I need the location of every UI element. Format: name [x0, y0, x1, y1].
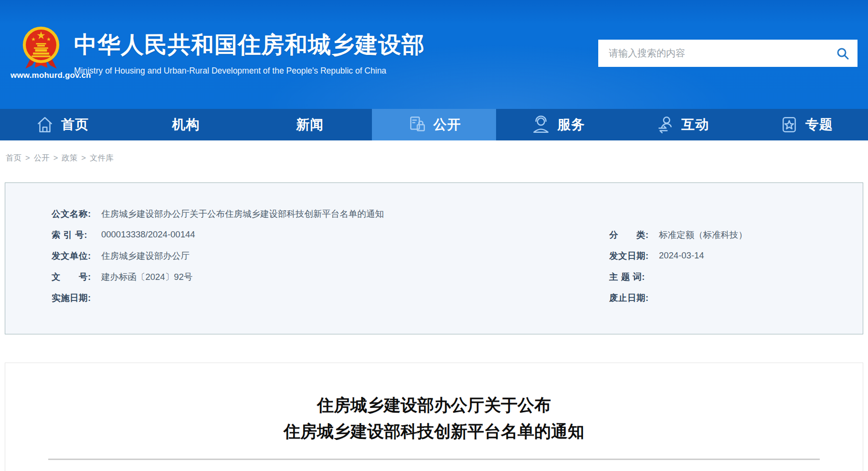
main-nav: 首页 机构 新闻 公开 服务 互动: [0, 109, 868, 140]
meta-column-left: 公文名称: 住房城乡建设部办公厅关于公布住房城乡建设部科技创新平台名单的通知 索…: [5, 203, 609, 334]
nav-item-news[interactable]: 新闻: [248, 109, 372, 140]
meta-label: 实施日期:: [52, 292, 97, 304]
nav-item-disclosure[interactable]: 公开: [372, 109, 496, 140]
meta-label: 废止日期:: [609, 292, 655, 304]
breadcrumb-item-home[interactable]: 首页: [6, 153, 21, 162]
nav-label: 公开: [434, 116, 461, 134]
nav-item-topics[interactable]: 专题: [744, 109, 868, 140]
meta-row-repeal-date: 废止日期:: [609, 287, 863, 308]
meta-row-issue-date: 发文日期: 2024-03-14: [609, 245, 863, 266]
nav-item-interaction[interactable]: 互动: [620, 109, 744, 140]
meta-row-subject-words: 主 题 词:: [609, 266, 863, 287]
interaction-person-icon: [655, 115, 675, 135]
meta-row-index-number: 索 引 号: 000013338/2024-00144: [52, 224, 609, 245]
nav-label: 新闻: [296, 116, 324, 134]
search-box: [598, 40, 857, 67]
meta-label: 发文日期:: [609, 250, 655, 262]
meta-value: 000013338/2024-00144: [101, 229, 195, 240]
meta-value: 标准定额（标准科技）: [659, 229, 747, 241]
search-button[interactable]: [835, 45, 851, 62]
meta-row-category: 分 类: 标准定额（标准科技）: [609, 224, 863, 245]
article-title-line1: 住房城乡建设部办公厅关于公布: [5, 392, 863, 418]
nav-item-home[interactable]: 首页: [0, 109, 124, 140]
meta-row-issuing-unit: 发文单位: 住房城乡建设部办公厅: [52, 245, 609, 266]
site-header: www.mohurd.gov.cn 中华人民共和国住房和城乡建设部 Minist…: [0, 0, 868, 109]
breadcrumb-item-policy[interactable]: 政策: [62, 153, 77, 162]
meta-label: 文 号:: [52, 271, 97, 283]
national-emblem-icon: [22, 24, 60, 73]
nav-label: 机构: [172, 116, 200, 134]
breadcrumb-separator: >: [53, 153, 58, 162]
nav-label: 互动: [681, 116, 709, 134]
nav-item-org[interactable]: 机构: [124, 109, 248, 140]
title-divider: [48, 459, 820, 460]
article-box: 住房城乡建设部办公厅关于公布 住房城乡建设部科技创新平台名单的通知: [5, 363, 863, 471]
meta-value: 住房城乡建设部办公厅: [101, 250, 190, 262]
star-box-icon: [779, 115, 799, 135]
article-title-line2: 住房城乡建设部科技创新平台名单的通知: [5, 418, 863, 444]
meta-row-spacer: [609, 203, 863, 224]
meta-label: 公文名称:: [52, 208, 97, 220]
nav-item-services[interactable]: 服务: [496, 109, 620, 140]
service-person-icon: [531, 115, 551, 135]
breadcrumb-separator: >: [25, 153, 30, 162]
home-icon: [35, 115, 55, 135]
meta-label: 分 类:: [609, 229, 655, 241]
meta-row-doc-name: 公文名称: 住房城乡建设部办公厅关于公布住房城乡建设部科技创新平台名单的通知: [52, 203, 609, 224]
meta-label: 索 引 号:: [52, 229, 97, 241]
meta-label: 主 题 词:: [609, 271, 655, 283]
breadcrumb-item-disclosure[interactable]: 公开: [34, 153, 50, 162]
site-brand: 中华人民共和国住房和城乡建设部 Ministry of Housing and …: [74, 30, 425, 76]
meta-row-implementation-date: 实施日期:: [52, 287, 609, 308]
meta-column-right: 分 类: 标准定额（标准科技） 发文日期: 2024-03-14 主 题 词: …: [609, 203, 863, 334]
documents-lock-icon: [407, 115, 427, 135]
breadcrumb: 首页>公开>政策>文件库: [0, 140, 868, 163]
breadcrumb-separator: >: [81, 153, 86, 162]
article-title: 住房城乡建设部办公厅关于公布 住房城乡建设部科技创新平台名单的通知: [5, 392, 863, 444]
meta-value: 住房城乡建设部办公厅关于公布住房城乡建设部科技创新平台名单的通知: [101, 208, 384, 220]
site-subtitle: Ministry of Housing and Urban-Rural Deve…: [74, 66, 425, 76]
meta-label: 发文单位:: [52, 250, 97, 262]
meta-row-doc-number: 文 号: 建办标函〔2024〕92号: [52, 266, 609, 287]
search-icon: [836, 46, 850, 61]
breadcrumb-item-library[interactable]: 文件库: [90, 153, 114, 162]
nav-label: 首页: [61, 116, 89, 134]
document-meta-box: 公文名称: 住房城乡建设部办公厅关于公布住房城乡建设部科技创新平台名单的通知 索…: [5, 182, 863, 334]
meta-value: 建办标函〔2024〕92号: [101, 271, 192, 283]
site-title: 中华人民共和国住房和城乡建设部: [74, 30, 425, 60]
meta-value: 2024-03-14: [659, 250, 704, 261]
search-input[interactable]: [609, 48, 835, 59]
nav-label: 专题: [805, 116, 833, 134]
nav-label: 服务: [557, 116, 585, 134]
